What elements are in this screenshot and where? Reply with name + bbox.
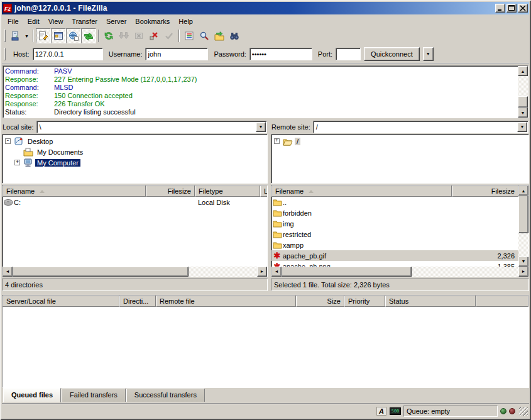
local-horizontal-scrollbar[interactable]: ◄ ►: [3, 267, 267, 277]
scroll-up-button[interactable]: ▲: [518, 185, 528, 196]
remote-vertical-scrollbar[interactable]: ▲ ▼: [518, 185, 528, 267]
column-header-filetype[interactable]: Filetype: [195, 185, 260, 197]
remote-file-row[interactable]: restricted: [271, 229, 518, 240]
toggle-log-button[interactable]: [36, 28, 51, 43]
tab-successful-transfers[interactable]: Successful transfers: [126, 389, 205, 402]
process-queue-button[interactable]: [116, 28, 131, 43]
combo-dropdown-icon[interactable]: ▼: [256, 122, 266, 132]
column-header-filesize[interactable]: Filesize: [146, 185, 195, 197]
close-button[interactable]: [518, 4, 528, 13]
toggle-remote-tree-button[interactable]: [66, 28, 81, 43]
scroll-left-button[interactable]: ◄: [3, 267, 13, 277]
scrollbar-thumb[interactable]: [518, 196, 528, 233]
scroll-left-button[interactable]: ◄: [271, 267, 282, 277]
combo-dropdown-icon[interactable]: ▼: [517, 122, 527, 132]
column-header-filename[interactable]: Filename: [3, 185, 146, 197]
queue-tabs: Queued files Failed transfers Successful…: [2, 388, 529, 403]
disconnect-button[interactable]: [146, 28, 161, 43]
toggle-local-tree-button[interactable]: [51, 28, 66, 43]
log-vertical-scrollbar[interactable]: ▲ ▼: [518, 66, 528, 118]
expand-icon[interactable]: +: [14, 160, 20, 165]
remote-file-row[interactable]: img: [271, 218, 518, 229]
column-header-status[interactable]: Status: [385, 296, 476, 307]
remote-site-row: Remote site: / ▼: [271, 119, 529, 134]
column-header-filename[interactable]: Filename: [271, 185, 452, 197]
remote-file-row[interactable]: xampp: [271, 240, 518, 250]
local-site-combo[interactable]: \ ▼: [36, 121, 267, 133]
scroll-up-button[interactable]: ▲: [518, 66, 528, 76]
resize-grip[interactable]: [519, 407, 528, 416]
toggle-queue-button[interactable]: [81, 28, 96, 43]
file-search-button[interactable]: [197, 28, 212, 43]
toolbar-grip[interactable]: [4, 30, 6, 42]
maximize-button[interactable]: [506, 4, 517, 13]
log-line: Command:MLSD: [5, 84, 518, 92]
cancel-button[interactable]: [131, 28, 146, 43]
tree-item-my-documents[interactable]: My Documents: [4, 146, 267, 157]
tree-item-root[interactable]: + /: [273, 136, 528, 146]
username-input[interactable]: [145, 48, 208, 60]
port-input[interactable]: [336, 48, 361, 60]
column-label: Priority: [348, 297, 370, 305]
tree-item-label: My Documents: [35, 148, 85, 156]
transfer-type-icon[interactable]: A: [376, 406, 387, 416]
directory-compare-button[interactable]: [227, 28, 242, 43]
scroll-down-button[interactable]: ▼: [518, 108, 528, 118]
tab-queued-files[interactable]: Queued files: [3, 388, 61, 402]
quickconnect-grip[interactable]: [4, 48, 6, 60]
remote-horizontal-scrollbar[interactable]: ◄ ►: [271, 267, 528, 277]
log-label: Response:: [5, 100, 54, 108]
menu-edit[interactable]: Edit: [23, 16, 44, 26]
local-file-row[interactable]: C: Local Disk: [3, 197, 267, 207]
file-name: forbidden: [283, 209, 456, 217]
host-input[interactable]: [33, 48, 103, 60]
column-header-remote-file[interactable]: Remote file: [156, 296, 296, 307]
minimize-button[interactable]: [495, 4, 505, 13]
menu-help[interactable]: Help: [174, 16, 197, 26]
menu-transfer[interactable]: Transfer: [67, 16, 102, 26]
filter-button[interactable]: [182, 28, 197, 43]
remote-file-row-selected[interactable]: ✱ apache_pb.gif 2,326: [271, 250, 518, 261]
tree-item-desktop[interactable]: - Desktop: [4, 136, 267, 146]
menu-view[interactable]: View: [44, 16, 68, 26]
scroll-down-button[interactable]: ▼: [518, 257, 528, 267]
column-header-priority[interactable]: Priority: [344, 296, 385, 307]
image-file-icon: ✱: [271, 251, 283, 260]
column-header-filesize[interactable]: Filesize: [452, 185, 518, 197]
sync-browsing-button[interactable]: [212, 28, 227, 43]
expand-icon[interactable]: +: [274, 138, 280, 144]
column-header-size[interactable]: Size: [296, 296, 344, 307]
refresh-button[interactable]: [101, 28, 116, 43]
remote-file-row[interactable]: ✱ apache_pb.png 1,385: [271, 261, 518, 267]
tab-failed-transfers[interactable]: Failed transfers: [62, 389, 126, 402]
file-type: Local Disk: [195, 199, 230, 206]
scrollbar-thumb[interactable]: [13, 267, 189, 277]
title-bar: Fz john@127.0.0.1 - FileZilla: [2, 2, 529, 14]
remote-file-row[interactable]: forbidden: [271, 207, 518, 218]
reconnect-button[interactable]: [161, 28, 177, 43]
app-icon[interactable]: Fz: [3, 4, 12, 13]
menu-file[interactable]: File: [3, 16, 23, 26]
quickconnect-button[interactable]: Quickconnect: [364, 47, 420, 61]
scroll-right-button[interactable]: ►: [257, 267, 267, 277]
menu-bookmarks[interactable]: Bookmarks: [131, 16, 174, 26]
menu-server[interactable]: Server: [102, 16, 131, 26]
collapse-icon[interactable]: -: [5, 138, 11, 144]
scrollbar-thumb[interactable]: [518, 96, 528, 108]
site-manager-dropdown[interactable]: ▼: [23, 28, 31, 43]
column-header-direction[interactable]: Directi...: [119, 296, 156, 307]
column-header-last-modified[interactable]: L: [260, 185, 267, 197]
column-header-server-local-file[interactable]: Server/Local file: [3, 296, 119, 307]
process-queue-icon: [119, 31, 129, 41]
password-input[interactable]: [249, 48, 312, 60]
site-manager-button[interactable]: [8, 28, 23, 43]
speed-limit-icon[interactable]: 500: [390, 406, 401, 416]
remote-site-combo[interactable]: / ▼: [313, 121, 528, 133]
remote-list-header: Filename Filesize: [271, 185, 518, 197]
tree-item-my-computer[interactable]: + My Computer: [4, 157, 267, 168]
quickconnect-dropdown[interactable]: ▼: [423, 47, 434, 61]
scroll-right-button[interactable]: ►: [518, 267, 528, 277]
log-line: Command:PASV: [5, 67, 518, 75]
remote-file-row[interactable]: ..: [271, 197, 518, 207]
scrollbar-thumb[interactable]: [282, 267, 412, 277]
